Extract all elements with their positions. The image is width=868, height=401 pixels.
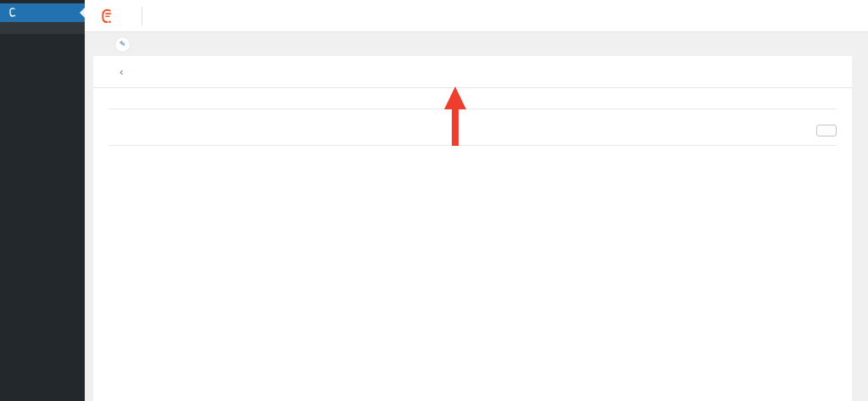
tab-back[interactable]: ‹ [98,56,150,87]
sidebar-item-cartflows[interactable] [0,3,85,22]
settings-tabs: ‹ [93,56,852,88]
add-custom-field-button[interactable] [816,125,837,136]
current-menu-notch [80,8,85,18]
custom-field-editor-header [108,125,837,136]
form-fields-content [93,88,852,158]
cartflows-header [85,0,868,32]
cartflows-logo[interactable] [85,8,120,24]
chevron-left-icon: ‹ [120,65,123,78]
section-divider [108,109,837,109]
checkout-settings-card: ‹ [93,56,852,401]
cartflows-logo-icon [99,8,115,24]
section-divider [108,145,837,146]
cartflows-submenu [0,22,85,34]
header-divider [142,7,142,25]
edit-title-pencil-icon[interactable]: ✎ [115,37,130,52]
page-title-row: ✎ [85,32,868,56]
cartflows-icon [8,7,18,19]
wp-admin-sidebar [0,0,85,401]
